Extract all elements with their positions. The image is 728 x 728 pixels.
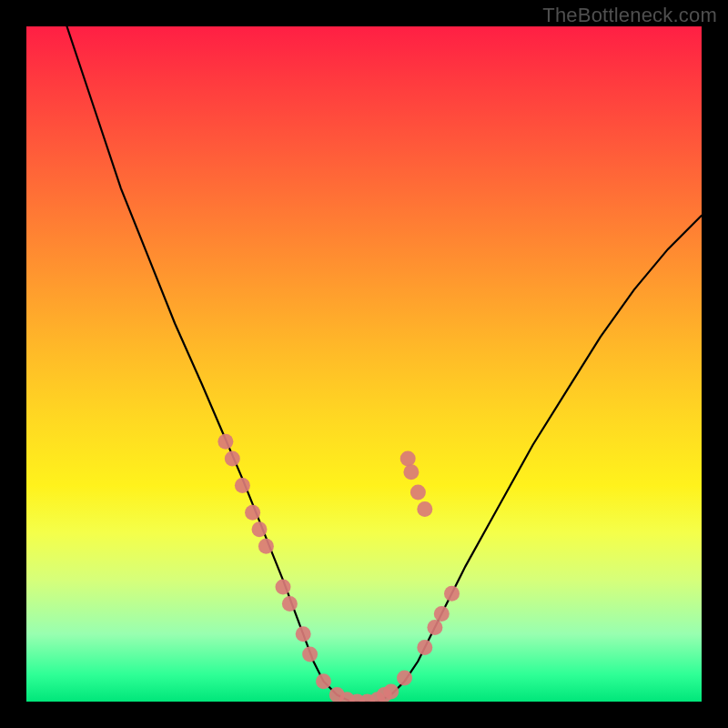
data-marker	[397, 671, 412, 686]
data-markers	[217, 434, 460, 702]
watermark-text: TheBottleneck.com	[542, 4, 717, 27]
data-marker	[245, 505, 260, 521]
data-marker	[417, 640, 432, 655]
data-marker	[410, 485, 426, 500]
data-marker	[282, 596, 298, 612]
data-marker	[302, 647, 318, 662]
data-marker	[217, 434, 233, 450]
data-marker	[276, 579, 291, 594]
data-marker	[235, 478, 250, 493]
chart-frame: TheBottleneck.com	[0, 0, 728, 728]
data-marker	[403, 464, 419, 480]
data-marker	[225, 450, 240, 466]
bottleneck-curve	[67, 26, 703, 702]
data-marker	[296, 626, 311, 642]
data-marker	[400, 450, 416, 466]
data-marker	[417, 501, 432, 517]
data-marker	[252, 521, 268, 537]
data-marker	[434, 606, 450, 622]
data-marker	[444, 586, 460, 602]
curve-layer	[26, 26, 702, 702]
data-marker	[383, 683, 399, 699]
data-marker	[258, 539, 274, 554]
data-marker	[316, 673, 331, 689]
data-marker	[427, 620, 442, 635]
plot-area	[26, 26, 702, 702]
